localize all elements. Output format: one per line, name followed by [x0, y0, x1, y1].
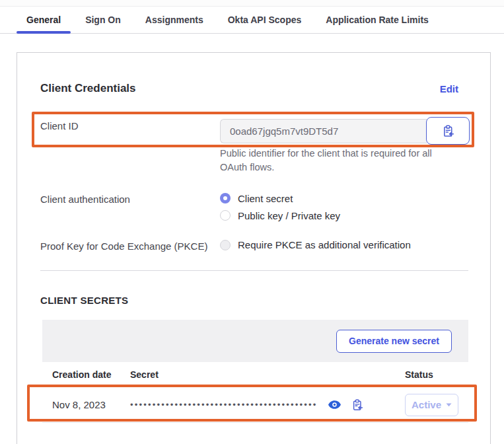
- secret-creation-date: Nov 8, 2023: [42, 399, 130, 410]
- client-id-help-text: Public identifier for the client that is…: [220, 147, 448, 174]
- column-header-creation-date: Creation date: [42, 369, 130, 380]
- client-credentials-card: Client Credentials Edit Client ID 0oad67…: [17, 52, 491, 444]
- eye-icon: [328, 400, 341, 409]
- secret-cell: ••••••••••••••••••••••••••••••••••••••••…: [130, 399, 405, 411]
- client-authentication-label: Client authentication: [40, 194, 130, 205]
- top-divider: [0, 0, 504, 7]
- masked-secret-value: ••••••••••••••••••••••••••••••••••••••••…: [130, 400, 318, 410]
- client-secrets-table: Generate new secret Creation date Secret…: [42, 320, 468, 423]
- tab-application-rate-limits[interactable]: Application Rate Limits: [316, 7, 439, 33]
- reveal-secret-button[interactable]: [328, 400, 341, 409]
- tab-general[interactable]: General: [17, 7, 71, 33]
- clipboard-copy-icon: [351, 399, 363, 411]
- column-header-secret: Secret: [130, 369, 405, 380]
- app-tab-bar: General Sign On Assignments Okta API Sco…: [0, 7, 504, 34]
- section-title-client-secrets: CLIENT SECRETS: [40, 295, 128, 306]
- client-credentials-header: Client Credentials Edit: [40, 82, 458, 95]
- clipboard-copy-icon: [442, 125, 454, 137]
- client-id-label: Client ID: [40, 120, 79, 131]
- section-divider: [40, 270, 468, 271]
- radio-unselected-icon[interactable]: [220, 210, 231, 221]
- radio-option-public-private-key[interactable]: Public key / Private key: [220, 209, 340, 221]
- radio-option-client-secret[interactable]: Client secret: [220, 192, 340, 204]
- pkce-label: Proof Key for Code Exchange (PKCE): [40, 240, 207, 252]
- client-id-input-group: 0oad67jgq5m7vt9DT5d7: [220, 117, 470, 145]
- status-badge: Active: [412, 399, 441, 410]
- radio-option-label: Client secret: [238, 193, 293, 204]
- caret-down-icon: [446, 403, 452, 407]
- column-header-status: Status: [405, 369, 468, 380]
- pkce-option-label: Require PKCE as additional verification: [238, 239, 411, 250]
- radio-selected-icon[interactable]: [220, 193, 231, 204]
- copy-secret-button[interactable]: [351, 399, 363, 411]
- client-secrets-toolbar: Generate new secret: [42, 320, 468, 362]
- tab-assignments[interactable]: Assignments: [135, 7, 213, 33]
- tab-sign-on[interactable]: Sign On: [75, 7, 131, 33]
- table-row: Nov 8, 2023 ••••••••••••••••••••••••••••…: [42, 387, 468, 423]
- table-header-row: Creation date Secret Status: [42, 362, 468, 387]
- tab-okta-api-scopes[interactable]: Okta API Scopes: [218, 7, 312, 33]
- status-cell: Active: [405, 394, 468, 416]
- pkce-checkbox-row[interactable]: Require PKCE as additional verification: [220, 239, 411, 250]
- status-dropdown-button[interactable]: Active: [405, 394, 458, 416]
- copy-client-id-button[interactable]: [426, 117, 470, 145]
- generate-new-secret-button[interactable]: Generate new secret: [336, 330, 452, 353]
- checkbox-unchecked-icon[interactable]: [220, 240, 231, 250]
- client-authentication-options: Client secret Public key / Private key: [220, 192, 340, 221]
- edit-link[interactable]: Edit: [440, 83, 458, 94]
- client-id-value-field[interactable]: 0oad67jgq5m7vt9DT5d7: [220, 119, 427, 143]
- radio-option-label: Public key / Private key: [238, 210, 340, 221]
- page: General Sign On Assignments Okta API Sco…: [0, 0, 504, 444]
- section-title-client-credentials: Client Credentials: [40, 82, 136, 95]
